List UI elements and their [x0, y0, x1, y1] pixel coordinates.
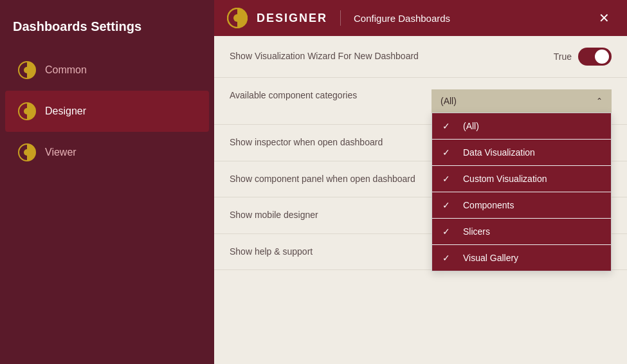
dropdown-option-customvis[interactable]: ✓ Custom Visualization — [432, 166, 611, 192]
dropdown-option-datavis-label: Data Visualization — [463, 147, 535, 158]
dropdown-option-all[interactable]: ✓ (All) — [432, 113, 611, 140]
check-icon-all: ✓ — [442, 121, 454, 131]
setting-row-wizard: Show Visualization Wizard For New Dashbo… — [214, 36, 627, 78]
check-icon-visualgallery: ✓ — [442, 253, 454, 263]
dropdown-option-components[interactable]: ✓ Components — [432, 192, 611, 219]
svg-point-3 — [24, 108, 30, 114]
dropdown-option-datavis[interactable]: ✓ Data Visualization — [432, 140, 611, 166]
viewer-icon — [18, 143, 36, 161]
dropdown-categories[interactable]: (All) ⌃ ✓ (All) ✓ Data Visualization ✓ C… — [432, 89, 612, 113]
header-designer-label: DESIGNER — [257, 12, 327, 25]
toggle-thumb-wizard — [595, 50, 609, 64]
sidebar-item-common-label: Common — [45, 64, 87, 76]
dropdown-option-slicers-label: Slicers — [463, 226, 490, 237]
sidebar-item-viewer[interactable]: Viewer — [5, 132, 209, 173]
sidebar: Dashboards Settings Common Designer View… — [0, 0, 214, 364]
toggle-track-wizard — [578, 48, 612, 66]
sidebar-item-designer-label: Designer — [45, 105, 86, 117]
svg-point-1 — [24, 67, 30, 73]
toggle-container-wizard: True — [554, 48, 612, 66]
setting-row-categories: Available component categories (All) ⌃ ✓… — [214, 78, 627, 125]
svg-point-7 — [233, 14, 241, 22]
sidebar-title: Dashboards Settings — [0, 13, 214, 50]
check-icon-components: ✓ — [442, 200, 454, 210]
designer-icon — [18, 102, 36, 120]
sidebar-item-viewer-label: Viewer — [45, 147, 77, 158]
main-panel: DESIGNER Configure Dashboards ✕ Show Vis… — [214, 0, 627, 364]
dropdown-selected-value: (All) — [441, 96, 457, 106]
svg-point-5 — [24, 149, 30, 156]
dropdown-option-slicers[interactable]: ✓ Slicers — [432, 219, 611, 245]
check-icon-datavis: ✓ — [442, 147, 454, 158]
common-icon — [18, 61, 36, 79]
setting-label-categories: Available component categories — [230, 89, 421, 102]
toggle-wizard[interactable] — [578, 48, 612, 66]
sidebar-item-designer[interactable]: Designer — [5, 91, 209, 132]
close-button[interactable]: ✕ — [594, 8, 614, 28]
sidebar-item-common[interactable]: Common — [5, 50, 209, 91]
dropdown-option-visualgallery-label: Visual Gallery — [463, 253, 518, 263]
dropdown-selected-categories[interactable]: (All) ⌃ — [432, 89, 612, 113]
dropdown-option-visualgallery[interactable]: ✓ Visual Gallery — [432, 245, 611, 271]
dropdown-option-all-label: (All) — [463, 121, 479, 131]
toggle-label-wizard: True — [554, 51, 572, 62]
check-icon-slicers: ✓ — [442, 226, 454, 237]
header-logo-icon — [227, 8, 248, 28]
settings-area: Show Visualization Wizard For New Dashbo… — [214, 36, 627, 364]
header-divider — [340, 10, 341, 26]
check-icon-customvis: ✓ — [442, 174, 454, 184]
dropdown-list-categories[interactable]: ✓ (All) ✓ Data Visualization ✓ Custom Vi… — [432, 113, 612, 271]
dropdown-option-customvis-label: Custom Visualization — [463, 174, 547, 184]
dropdown-arrow-icon: ⌃ — [596, 96, 603, 105]
dropdown-option-components-label: Components — [463, 200, 514, 210]
panel-header: DESIGNER Configure Dashboards ✕ — [214, 0, 627, 36]
header-subtitle: Configure Dashboards — [354, 13, 585, 24]
setting-label-wizard: Show Visualization Wizard For New Dashbo… — [230, 50, 543, 63]
